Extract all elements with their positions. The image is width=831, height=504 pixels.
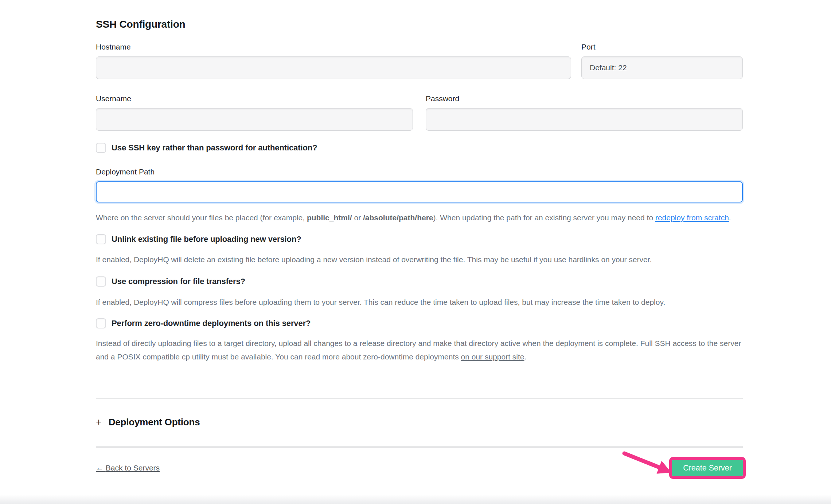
port-label: Port bbox=[581, 42, 743, 52]
deployment-options-toggle[interactable]: + Deployment Options bbox=[96, 416, 743, 428]
deployment-path-input[interactable] bbox=[96, 181, 743, 202]
hostname-field-group: Hostname bbox=[96, 42, 571, 79]
help-bold-absolute-path: /absolute/path/here bbox=[363, 213, 433, 222]
back-link-label: Back to Servers bbox=[106, 464, 160, 472]
deployment-options-heading: Deployment Options bbox=[109, 416, 200, 428]
help-text: . bbox=[729, 213, 731, 222]
username-input[interactable] bbox=[96, 108, 413, 131]
help-text: Instead of directly uploading files to a… bbox=[96, 339, 741, 361]
username-password-row: Username Password bbox=[96, 94, 743, 131]
ssh-key-checkbox[interactable] bbox=[96, 143, 106, 153]
unlink-checkbox-label[interactable]: Unlink existing file before uploading ne… bbox=[112, 235, 301, 244]
hostname-port-row: Hostname Port bbox=[96, 42, 743, 79]
password-label: Password bbox=[426, 94, 743, 103]
hostname-input[interactable] bbox=[96, 56, 571, 79]
footer-divider bbox=[96, 446, 743, 448]
unlink-checkbox[interactable] bbox=[96, 234, 106, 244]
support-site-link[interactable]: on our support site bbox=[461, 353, 524, 361]
create-server-button[interactable]: Create Server bbox=[672, 460, 743, 476]
zero-downtime-checkbox-row: Perform zero-downtime deployments on thi… bbox=[96, 318, 743, 328]
help-bold-public-html: public_html/ bbox=[307, 213, 352, 222]
zero-downtime-checkbox-label[interactable]: Perform zero-downtime deployments on thi… bbox=[112, 319, 311, 328]
deployment-path-help: Where on the server should your files be… bbox=[96, 211, 743, 224]
ssh-key-checkbox-row: Use SSH key rather than password for aut… bbox=[96, 143, 743, 153]
zero-downtime-checkbox[interactable] bbox=[96, 318, 106, 328]
port-field-group: Port bbox=[581, 42, 743, 79]
password-input[interactable] bbox=[426, 108, 743, 131]
section-divider bbox=[96, 398, 743, 399]
form-footer: ← Back to Servers Create Server bbox=[96, 457, 743, 479]
port-input[interactable] bbox=[581, 56, 743, 79]
back-to-servers-link[interactable]: ← Back to Servers bbox=[96, 464, 160, 472]
page-title: SSH Configuration bbox=[96, 18, 743, 31]
help-text: or bbox=[352, 213, 363, 222]
compression-checkbox[interactable] bbox=[96, 276, 106, 287]
username-field-group: Username bbox=[96, 94, 413, 131]
compression-checkbox-row: Use compression for file transfers? bbox=[96, 276, 743, 287]
help-text: Where on the server should your files be… bbox=[96, 213, 307, 222]
left-arrow-icon: ← bbox=[96, 464, 104, 472]
help-text: ). When updating the path for an existin… bbox=[433, 213, 655, 222]
unlink-help-text: If enabled, DeployHQ will delete an exis… bbox=[96, 253, 743, 266]
deployment-path-label: Deployment Path bbox=[96, 167, 743, 177]
page-bottom-edge bbox=[0, 495, 831, 504]
unlink-checkbox-row: Unlink existing file before uploading ne… bbox=[96, 234, 743, 244]
hostname-label: Hostname bbox=[96, 42, 571, 52]
zero-downtime-help-text: Instead of directly uploading files to a… bbox=[96, 336, 743, 363]
compression-checkbox-label[interactable]: Use compression for file transfers? bbox=[112, 277, 245, 286]
compression-help-text: If enabled, DeployHQ will compress files… bbox=[96, 295, 743, 309]
help-text: . bbox=[524, 353, 527, 361]
password-field-group: Password bbox=[426, 94, 743, 131]
plus-icon: + bbox=[96, 416, 102, 428]
ssh-configuration-form: SSH Configuration Hostname Port Username… bbox=[96, 0, 743, 479]
username-label: Username bbox=[96, 94, 413, 103]
ssh-key-checkbox-label[interactable]: Use SSH key rather than password for aut… bbox=[112, 143, 317, 153]
redeploy-from-scratch-link[interactable]: redeploy from scratch bbox=[655, 213, 729, 222]
